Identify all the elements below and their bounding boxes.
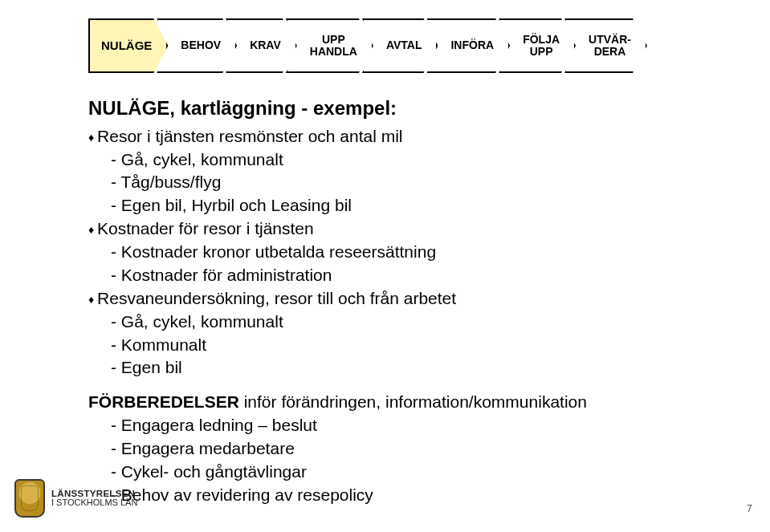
sub-bullet: Kostnader för administration <box>111 265 738 286</box>
sub-bullet: Gå, cykel, kommunalt <box>111 149 738 171</box>
process-steps: NULÄGE BEHOV KRAV UPP HANDLA AVTAL INFÖR… <box>88 18 738 74</box>
bullet-text: Egen bil, Hyrbil och Leasing bil <box>121 196 352 214</box>
sub-bullet: Engagera medarbetare <box>111 438 738 460</box>
sub-bullet: Kostnader kronor utbetalda reseersättnin… <box>111 242 738 263</box>
bullet-text: Cykel- och gångtävlingar <box>121 462 307 481</box>
step-infora: INFÖRA <box>426 18 510 73</box>
page-number: 7 <box>747 502 752 514</box>
bullet: Kostnader för resor i tjänsten <box>88 218 738 240</box>
bullet-text: Behov av revidering av resepolicy <box>121 485 373 504</box>
bullet-text: Kostnader för resor i tjänsten <box>97 219 314 238</box>
step-avtal: AVTAL <box>362 18 438 73</box>
sub-bullet: Engagera ledning – beslut <box>111 415 738 437</box>
bullet-text: Gå, cykel, kommunalt <box>121 312 283 331</box>
org-logo: LÄNSSTYRELSEN I STOCKHOLMS LÄN <box>14 479 137 518</box>
slide-body: NULÄGE, kartläggning - exempel: Resor i … <box>88 96 738 508</box>
second-block: FÖRBEREDELSER inför förändringen, inform… <box>88 392 738 506</box>
sub-bullet: Egen bil <box>111 357 738 379</box>
sub-bullet: Tåg/buss/flyg <box>111 172 738 193</box>
bullet: Resvaneundersökning, resor till och från… <box>88 288 738 310</box>
bullet-text: Gå, cykel, kommunalt <box>121 150 283 169</box>
bullet-text: Kostnader för administration <box>121 266 332 284</box>
sub-bullet: Egen bil, Hyrbil och Leasing bil <box>111 195 738 217</box>
step-folja-upp: FÖLJA UPP <box>499 18 576 73</box>
bullet-text: Engagera medarbetare <box>121 439 295 457</box>
bullet-text: Tåg/buss/flyg <box>120 173 221 191</box>
crest-icon <box>14 479 45 518</box>
step-behov: BEHOV <box>157 18 237 73</box>
step-upphandla: UPP HANDLA <box>286 18 373 73</box>
bullet-text: Egen bil <box>121 358 182 376</box>
org-name-line2: I STOCKHOLMS LÄN <box>51 498 137 508</box>
bullet-text: Resvaneundersökning, resor till och från… <box>97 289 456 307</box>
org-name: LÄNSSTYRELSEN I STOCKHOLMS LÄN <box>51 489 137 508</box>
lead-rest: inför förändringen, information/kommunik… <box>239 392 587 411</box>
step-nulage: NULÄGE <box>88 18 168 73</box>
bullet-text: Resor i tjänsten resmönster och antal mi… <box>97 127 403 145</box>
step-utvardera: UTVÄR- DERA <box>564 18 647 73</box>
sub-bullet: Gå, cykel, kommunalt <box>111 311 738 333</box>
lead-line: FÖRBEREDELSER inför förändringen, inform… <box>88 392 738 413</box>
bullet-text: Engagera ledning – beslut <box>121 416 317 434</box>
sub-bullet: Behov av revidering av resepolicy <box>111 485 738 506</box>
sub-bullet: Kommunalt <box>111 335 738 356</box>
slide-title: NULÄGE, kartläggning - exempel: <box>88 96 738 121</box>
sub-bullet: Cykel- och gångtävlingar <box>111 461 738 483</box>
bullet: Resor i tjänsten resmönster och antal mi… <box>88 126 738 148</box>
bullet-text: Kommunalt <box>121 335 206 354</box>
lead-word: FÖRBEREDELSER <box>88 392 239 411</box>
bullet-text: Kostnader kronor utbetalda reseersättnin… <box>121 242 436 261</box>
